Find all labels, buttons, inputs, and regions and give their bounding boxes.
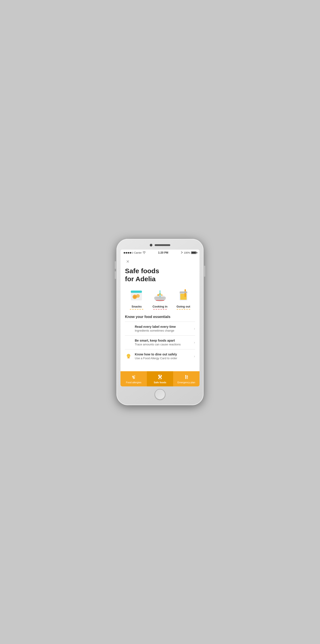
food-allergies-label: Food allergies (126, 381, 141, 384)
phone-screen: Carrier 1:20 PM 100% (120, 250, 200, 386)
signal-dot-4 (130, 252, 131, 254)
item3-text: Know how to dine out safely Use a Food A… (135, 352, 191, 360)
svg-rect-30 (186, 375, 186, 376)
svg-point-7 (157, 294, 159, 296)
going-out-underline (177, 309, 190, 310)
snacks-underline (130, 309, 143, 310)
item1-chevron: › (194, 327, 195, 331)
category-snacks[interactable]: Snacks (128, 288, 145, 310)
nav-item-safe-foods[interactable]: Safe foods (147, 371, 173, 386)
battery-fill (192, 252, 196, 254)
phone-top-bar (120, 243, 200, 247)
svg-point-17 (127, 354, 130, 358)
nav-item-emergency-plan[interactable]: Emergency plan (173, 371, 200, 386)
nav-item-food-allergies[interactable]: Food allergies (120, 371, 147, 386)
cooking-in-underline (153, 309, 167, 310)
battery-icon (191, 251, 196, 254)
item2-subtitle: Trace amounts can cause reactions (135, 343, 191, 346)
phone-bottom (120, 386, 200, 401)
signal-dot-3 (128, 252, 129, 254)
going-out-label: Going out (177, 305, 190, 308)
signal-dot-1 (124, 252, 125, 254)
item2-icon-placeholder (125, 339, 132, 346)
battery-percent: 100% (184, 251, 190, 254)
svg-rect-31 (187, 376, 188, 376)
item3-title: Know how to dine out safely (135, 352, 191, 356)
essentials-item-2[interactable]: Be smart, keep foods apart Trace amounts… (125, 336, 195, 349)
item3-subtitle: Use a Food Allergy Card to order (135, 356, 191, 360)
svg-point-4 (136, 294, 140, 298)
app-content: ✕ Safe foodsfor Adelia (120, 255, 200, 371)
emergency-plan-label: Emergency plan (178, 381, 195, 384)
essentials-item-1[interactable]: Read every label every time Ingredients … (125, 322, 195, 335)
home-button[interactable] (155, 389, 165, 400)
status-left: Carrier (124, 251, 146, 254)
essentials-section-title: Know your food essentials (125, 315, 195, 319)
going-out-icon (177, 288, 190, 302)
item3-chevron: › (194, 354, 195, 358)
power-button (204, 266, 205, 277)
categories-row: Snacks (125, 288, 195, 310)
category-going-out[interactable]: Going out (175, 288, 192, 310)
volume-up-button (115, 261, 116, 269)
svg-rect-15 (185, 289, 186, 297)
carrier-name: Carrier (134, 251, 142, 254)
safe-foods-label: Safe foods (154, 381, 166, 384)
going-out-icon-wrap (175, 288, 192, 303)
item1-icon-placeholder (125, 325, 132, 332)
snacks-icon (129, 288, 144, 302)
front-camera (150, 244, 152, 246)
svg-rect-1 (131, 290, 142, 293)
signal-dot-5 (132, 252, 133, 254)
snacks-label: Snacks (132, 305, 142, 308)
item2-chevron: › (194, 340, 195, 344)
bluetooth-icon (181, 251, 183, 254)
bottom-nav: Food allergies (120, 371, 200, 386)
item2-text: Be smart, keep foods apart Trace amounts… (135, 339, 191, 346)
cooking-in-label: Cooking in (152, 305, 167, 308)
svg-point-3 (133, 296, 136, 298)
item1-subtitle: Ingredients sometimes change (135, 329, 191, 332)
phone-frame: Carrier 1:20 PM 100% (116, 239, 204, 405)
svg-rect-18 (127, 358, 130, 358)
snacks-icon-wrap (128, 288, 145, 303)
status-bar: Carrier 1:20 PM 100% (120, 250, 200, 255)
item2-title: Be smart, keep foods apart (135, 339, 191, 342)
signal-dot-2 (126, 252, 127, 254)
svg-rect-16 (180, 292, 187, 293)
essentials-item-3[interactable]: Know how to dine out safely Use a Food A… (125, 350, 195, 363)
emergency-plan-icon (183, 374, 190, 380)
status-right: 100% (181, 251, 196, 254)
cooking-icon-wrap (151, 288, 169, 303)
volume-down-button (115, 271, 116, 279)
close-button[interactable]: ✕ (125, 259, 130, 264)
svg-point-9 (161, 294, 163, 296)
category-cooking-in[interactable]: Cooking in (151, 288, 169, 310)
food-allergies-icon (130, 374, 137, 380)
earpiece-speaker (155, 244, 170, 246)
item1-title: Read every label every time (135, 325, 191, 328)
cooking-icon (152, 288, 168, 302)
status-time: 1:20 PM (158, 251, 168, 254)
signal-strength (124, 252, 133, 254)
page-title: Safe foodsfor Adelia (125, 267, 195, 283)
svg-point-21 (133, 377, 135, 379)
item1-text: Read every label every time Ingredients … (135, 325, 191, 332)
safe-foods-icon (157, 374, 163, 380)
wifi-icon (142, 251, 146, 254)
dine-out-icon (125, 353, 132, 360)
svg-point-20 (134, 375, 135, 376)
